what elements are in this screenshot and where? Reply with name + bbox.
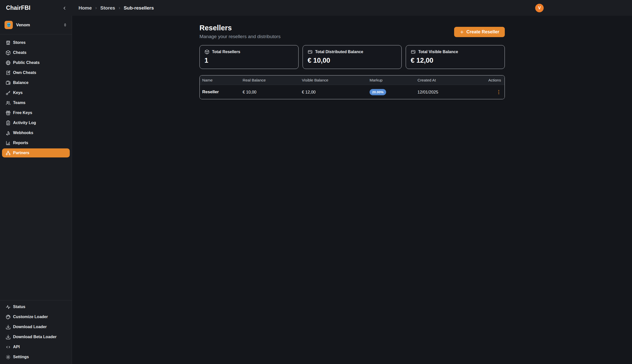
- sidebar-item-reports[interactable]: Reports: [2, 138, 70, 147]
- page-header: Resellers Manage your resellers and dist…: [199, 24, 505, 39]
- chevron-left-icon: [62, 6, 67, 10]
- webhook-icon: [6, 130, 11, 136]
- stat-card-total-resellers: Total Resellers 1: [199, 45, 299, 69]
- page-subtitle: Manage your resellers and distributors: [199, 34, 280, 39]
- page-title: Resellers: [199, 24, 280, 32]
- package-icon: [6, 50, 11, 55]
- stat-value: € 12,00: [411, 57, 500, 64]
- workspace-selector[interactable]: Venom: [0, 16, 72, 34]
- vertical-dots-icon: [497, 90, 501, 95]
- plus-icon: [460, 30, 464, 34]
- sidebar-item-status[interactable]: Status: [2, 302, 70, 311]
- workspace-avatar: [5, 21, 13, 29]
- stat-label: Total Distributed Balance: [315, 50, 363, 54]
- sidebar-item-free-keys[interactable]: Free Keys: [2, 108, 70, 117]
- create-reseller-button[interactable]: Create Reseller: [454, 27, 505, 37]
- sidebar-item-webhooks[interactable]: Webhooks: [2, 128, 70, 137]
- globe-icon: [6, 60, 11, 65]
- download-icon: [6, 334, 11, 340]
- stat-value: 1: [204, 57, 294, 64]
- store-icon: [6, 40, 11, 45]
- package-icon: [204, 49, 209, 54]
- sidebar-item-cheats[interactable]: Cheats: [2, 48, 70, 57]
- wallet-icon: [308, 49, 313, 54]
- create-reseller-label: Create Reseller: [466, 29, 499, 35]
- column-header-name: Name: [200, 78, 243, 82]
- wallet-icon: [6, 80, 11, 85]
- column-header-markup: Markup: [370, 78, 417, 82]
- wallet-icon: [411, 49, 416, 54]
- column-header-visible-balance: Visible Balance: [302, 78, 370, 82]
- sidebar: Venom Stores Cheats Public Cheats: [0, 16, 72, 364]
- stat-label: Total Visible Balance: [418, 50, 458, 54]
- stat-value: € 10,00: [308, 57, 397, 64]
- user-avatar[interactable]: V: [535, 4, 544, 12]
- column-header-real-balance: Real Balance: [243, 78, 302, 82]
- gift-icon: [6, 110, 11, 116]
- sidebar-item-keys[interactable]: Keys: [2, 88, 70, 97]
- sidebar-collapse-button[interactable]: [61, 4, 68, 12]
- sidebar-bottom-nav: Status Customize Loader Download Loader …: [0, 300, 72, 364]
- clipboard-list-icon: [6, 120, 11, 126]
- stat-card-total-distributed-balance: Total Distributed Balance € 10,00: [303, 45, 402, 69]
- sidebar-item-settings[interactable]: Settings: [2, 352, 70, 361]
- table-row: Reseller € 10,00 € 12,00 20.00% 12/01/20…: [200, 85, 505, 99]
- sidebar-item-partners[interactable]: Partners: [2, 148, 70, 157]
- sidebar-item-own-cheats[interactable]: Own Cheats: [2, 68, 70, 77]
- sidebar-item-public-cheats[interactable]: Public Cheats: [2, 58, 70, 67]
- key-icon: [6, 90, 11, 96]
- workspace-name: Venom: [16, 23, 30, 28]
- app-logo: ChairFBI: [6, 0, 30, 16]
- breadcrumb-stores[interactable]: Stores: [100, 5, 115, 11]
- resellers-table: Name Real Balance Visible Balance Markup…: [199, 75, 505, 99]
- sidebar-item-customize-loader[interactable]: Customize Loader: [2, 312, 70, 321]
- stat-card-total-visible-balance: Total Visible Balance € 12,00: [406, 45, 505, 69]
- sidebar-item-balance[interactable]: Balance: [2, 78, 70, 87]
- main-content: Resellers Manage your resellers and dist…: [72, 16, 632, 364]
- file-pen-icon: [6, 70, 11, 75]
- stat-label: Total Resellers: [212, 50, 240, 54]
- breadcrumb-separator: ›: [95, 5, 97, 11]
- palette-icon: [6, 314, 11, 320]
- column-header-actions: Actions: [478, 78, 505, 82]
- breadcrumb-sub-resellers[interactable]: Sub-resellers: [124, 5, 154, 11]
- row-actions-menu-button[interactable]: [497, 89, 501, 96]
- activity-icon: [6, 304, 11, 310]
- cell-name: Reseller: [200, 89, 243, 95]
- skull-avatar-image: [6, 22, 12, 28]
- cell-visible-balance: € 12,00: [302, 90, 370, 95]
- code-icon: [6, 344, 11, 350]
- stats-row: Total Resellers 1 Total Distributed Bala…: [199, 45, 505, 69]
- download-icon: [6, 324, 11, 330]
- breadcrumb: Home › Stores › Sub-resellers: [79, 0, 154, 16]
- breadcrumb-separator: ›: [119, 5, 120, 11]
- markup-badge: 20.00%: [370, 89, 386, 95]
- users-icon: [6, 100, 11, 106]
- sidebar-nav: Stores Cheats Public Cheats Own Cheats B: [0, 34, 72, 157]
- sidebar-item-teams[interactable]: Teams: [2, 98, 70, 107]
- breadcrumb-home[interactable]: Home: [79, 5, 92, 11]
- sidebar-item-download-loader[interactable]: Download Loader: [2, 322, 70, 331]
- cell-created-at: 12/01/2025: [417, 90, 478, 95]
- bar-chart-icon: [6, 140, 11, 146]
- sidebar-item-stores[interactable]: Stores: [2, 38, 70, 47]
- column-header-created-at: Created At: [417, 78, 478, 82]
- network-icon: [6, 150, 11, 156]
- topbar: ChairFBI Home › Stores › Sub-resellers V: [0, 0, 632, 16]
- sidebar-item-download-beta-loader[interactable]: Download Beta Loader: [2, 332, 70, 341]
- sidebar-item-activity-log[interactable]: Activity Log: [2, 118, 70, 127]
- gear-icon: [6, 354, 11, 360]
- cell-real-balance: € 10,00: [243, 90, 302, 95]
- table-header-row: Name Real Balance Visible Balance Markup…: [200, 75, 505, 85]
- chevrons-up-down-icon: [63, 23, 67, 27]
- sidebar-item-api[interactable]: API: [2, 342, 70, 351]
